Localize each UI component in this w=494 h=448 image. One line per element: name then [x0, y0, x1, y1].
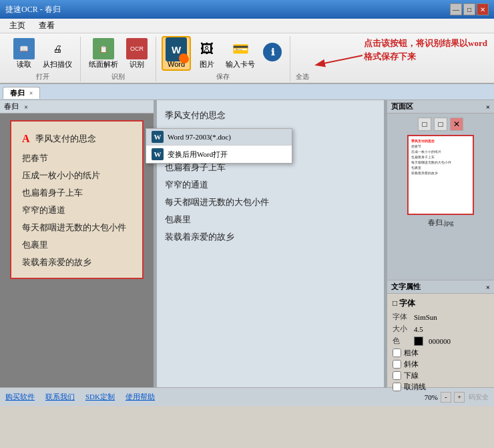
main-area: W Word 97-2003(*.doc) W 变换后用Word打开 春归 × … [0, 100, 494, 387]
ocr-source-image: A 季风支付的思念 把春节 压成一枚小小的纸片 也扁着身子上车 窄窄的通道 每天… [10, 120, 144, 279]
font-props-title-text: 文字属性 [391, 282, 421, 292]
open-group-label: 打开 [36, 72, 49, 81]
image-line-6: 每天都咽进无数的大包小件 [22, 219, 132, 236]
info-icon: ℹ [263, 43, 282, 61]
maximize-button[interactable]: □ [463, 3, 475, 15]
strikethrough-label: 取消线 [404, 382, 426, 392]
dropdown-header-text: Word 97-2003(*.doc) [168, 133, 231, 141]
annotation-text: 点击该按钮，将识别结果以word 格式保存下来 [364, 37, 487, 63]
tab-close-icon[interactable]: × [29, 89, 33, 97]
text-line-5: 窄窄的通道 [165, 176, 376, 194]
font-family-row: 字体 SimSun [393, 312, 489, 322]
font-size-value: 4.5 [414, 325, 423, 333]
thumb-content: 季风支付的思念 把春节 压成一枚小小的纸片 也扁着身子上车 每天都咽进无数的大包… [409, 136, 473, 179]
font-props-close-icon[interactable]: × [486, 283, 490, 291]
font-family-value: SimSun [414, 313, 437, 321]
input-card-icon: 💳 [230, 38, 251, 59]
info-button[interactable]: ℹ [260, 41, 284, 71]
layout-button[interactable]: 📋 纸面解析 [86, 37, 121, 71]
tab-chungui[interactable]: 春归 × [3, 87, 40, 99]
font-properties-content: □ 字体 字体 SimSun 大小 4.5 色 000000 粗体 [387, 294, 494, 397]
italic-row: 斜体 [393, 359, 489, 369]
preview-btn-2[interactable]: □ [434, 118, 447, 131]
status-links: 购买软件 联系我们 SDK定制 使用帮助 [5, 392, 155, 402]
font-color-label: 色 [393, 336, 411, 346]
minimize-button[interactable]: — [450, 3, 462, 15]
dropdown-item-word-icon: W [152, 148, 164, 160]
preview-filename: 春归.jpg [428, 218, 454, 228]
image-panel: 春归 × A 季风支付的思念 把春节 压成一枚小小的纸片 也扁着身子上车 窄窄的… [0, 100, 154, 387]
word-button[interactable]: W ↓ Word [162, 36, 191, 71]
menu-bar: 主页 查看 [0, 19, 494, 33]
ribbon-group-ocr: 📋 纸面解析 OCR 识别 识别 [81, 37, 156, 81]
input-card-button[interactable]: 💳 输入卡号 [223, 37, 258, 71]
word-icon: W ↓ [166, 39, 187, 60]
annotation-arrow [310, 50, 364, 70]
font-properties-panel: 文字属性 × □ 字体 字体 SimSun 大小 4.5 色 000000 [387, 280, 494, 387]
dropdown-item-open-word[interactable]: W 变换后用Word打开 [146, 146, 292, 163]
ocr-button[interactable]: OCR 识别 [123, 37, 150, 71]
image-line-3: 压成一枚小小的纸片 [22, 167, 132, 184]
text-line-6: 每天都咽进无数的大包小件 [165, 194, 376, 211]
word-format-dropdown[interactable]: W Word 97-2003(*.doc) W 变换后用Word打开 [146, 128, 292, 164]
right-panel: 页面区 × □ □ ✕ 季风支付的思念 把春节 压成一枚小小的纸片 也扁着身子上… [387, 100, 494, 387]
layout-label: 纸面解析 [89, 59, 118, 69]
ribbon: 📖 读取 🖨 从扫描仪 打开 📋 纸面解析 OCR 识别 识别 [0, 33, 494, 84]
image-panel-content: A 季风支付的思念 把春节 压成一枚小小的纸片 也扁着身子上车 窄窄的通道 每天… [0, 114, 154, 387]
bold-row: 粗体 [393, 348, 489, 358]
font-color-value: 000000 [429, 337, 451, 345]
page-area-title-text: 页面区 [391, 101, 413, 111]
close-button[interactable]: ✕ [477, 3, 489, 15]
tab-label: 春归 [10, 89, 25, 97]
scan-icon: 🖨 [47, 38, 68, 59]
preview-btn-1[interactable]: □ [418, 118, 431, 131]
strikethrough-checkbox[interactable] [393, 383, 401, 391]
underline-row: 下線 [393, 371, 489, 381]
status-sdk[interactable]: SDK定制 [85, 392, 115, 402]
font-color-swatch [414, 337, 423, 346]
page-area-title: 页面区 × [387, 100, 494, 114]
input-card-label: 输入卡号 [226, 59, 255, 69]
underline-label: 下線 [404, 371, 419, 381]
preview-delete-btn[interactable]: ✕ [450, 118, 463, 131]
image-button[interactable]: 🖼 图片 [194, 37, 220, 71]
info-label [271, 61, 273, 69]
font-props-title: 文字属性 × [387, 280, 494, 294]
status-buy[interactable]: 购买软件 [5, 392, 35, 402]
image-panel-header: 春归 × [0, 100, 154, 114]
page-area-close-icon[interactable]: × [486, 103, 490, 111]
italic-checkbox[interactable] [393, 360, 401, 369]
image-line-8: 装载着亲爱的故乡 [22, 254, 132, 271]
preview-toolbar: □ □ ✕ [418, 118, 463, 131]
window-title: 捷速OCR - 春归 [5, 4, 61, 15]
font-color-row: 色 000000 [393, 336, 489, 346]
underline-checkbox[interactable] [393, 371, 401, 380]
image-icon: 🖼 [196, 38, 218, 59]
bold-checkbox[interactable] [393, 349, 401, 357]
menu-item-home[interactable]: 主页 [3, 19, 32, 33]
read-button[interactable]: 📖 读取 [11, 37, 37, 71]
image-panel-title: 春归 [4, 101, 19, 111]
bold-label: 粗体 [404, 348, 419, 358]
scan-label: 从扫描仪 [43, 59, 72, 69]
dropdown-item-text: 变换后用Word打开 [168, 150, 228, 160]
image-panel-close-icon[interactable]: × [24, 103, 28, 111]
text-line-7: 包裹里 [165, 211, 376, 228]
font-family-label: 字体 [393, 312, 411, 322]
text-line-1: 季风支付的思念 [165, 107, 376, 124]
ribbon-group-save: W ↓ Word 🖼 图片 💳 输入卡号 ℹ 保存 [156, 36, 290, 81]
scan-button[interactable]: 🖨 从扫描仪 [40, 37, 75, 71]
ocr-group-label: 识别 [111, 72, 125, 81]
red-a-icon: A [22, 128, 30, 150]
image-label: 图片 [200, 59, 214, 69]
status-help[interactable]: 使用帮助 [126, 392, 155, 402]
menu-item-view[interactable]: 查看 [32, 19, 61, 33]
layout-icon: 📋 [93, 38, 114, 59]
read-label: 读取 [17, 59, 31, 69]
image-line-2: 把春节 [22, 150, 132, 167]
svg-line-0 [317, 55, 362, 65]
page-preview: □ □ ✕ 季风支付的思念 把春节 压成一枚小小的纸片 也扁着身子上车 每天都咽… [387, 114, 494, 280]
strikethrough-row: 取消线 [393, 382, 489, 392]
text-line-8: 装载着亲爱的故乡 [165, 228, 376, 246]
status-contact[interactable]: 联系我们 [45, 392, 75, 402]
